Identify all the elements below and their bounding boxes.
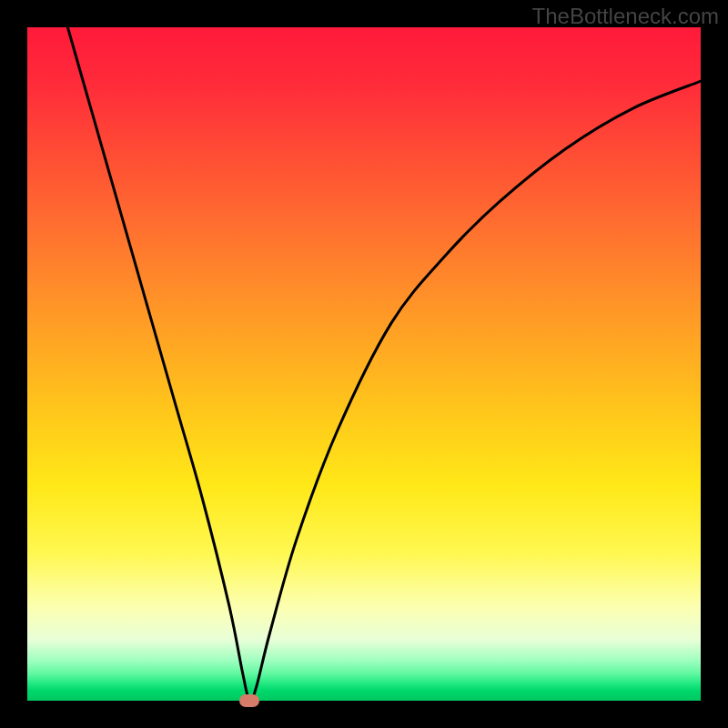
chart-plot-area (27, 27, 701, 701)
optimal-point-marker (239, 694, 259, 707)
watermark-text: TheBottleneck.com (532, 4, 719, 29)
curve-svg (27, 27, 701, 701)
bottleneck-curve (67, 27, 701, 702)
